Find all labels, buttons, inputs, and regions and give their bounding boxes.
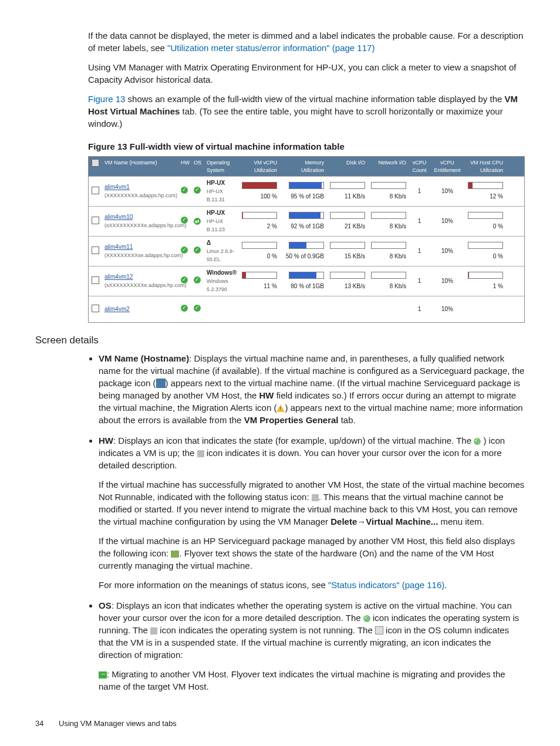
link-util-meter[interactable]: "Utilization meter status/error informat… [167, 43, 375, 53]
row-checkbox[interactable] [92, 217, 99, 224]
table-row: alim4vm11(XXXXXXXXXse.adapps.hp.com)ΔLin… [89, 236, 524, 266]
migrate-out-icon [99, 671, 107, 679]
bullet-os: OS: Displays an icon that indicates whet… [99, 599, 525, 693]
row-checkbox[interactable] [92, 276, 99, 284]
package-icon [156, 379, 166, 388]
os-running-icon [363, 615, 370, 622]
meter[interactable] [242, 242, 277, 249]
meter[interactable] [371, 212, 406, 219]
meter[interactable] [468, 182, 503, 189]
not-runnable-icon [312, 494, 319, 501]
table-row-partial: alim4vm2 110% [89, 296, 524, 322]
meter[interactable] [371, 242, 406, 249]
vm-name-link[interactable]: alim4vm12 [104, 274, 133, 280]
os-not-running-icon [150, 627, 157, 634]
meter[interactable] [330, 242, 365, 249]
table-row: alim4vm10(sXXXXXXXXXXe.adapps.hp.com)⇄HP… [89, 206, 524, 236]
meter[interactable] [242, 182, 277, 189]
migrating-icon: ⇄ [194, 218, 201, 225]
row-checkbox[interactable] [92, 187, 99, 194]
intro-p1: If the data cannot be displayed, the met… [88, 29, 525, 54]
bullet-hw: HW: Displays an icon that indicates the … [99, 434, 525, 591]
status-ok-icon [194, 247, 201, 254]
footer-title: Using VM Manager views and tabs [59, 718, 177, 729]
table-header-row: VM Name (Hostname) HW OS Operating Syste… [89, 157, 524, 176]
serviceguard-icon [171, 551, 179, 558]
bullet-vm-name: VM Name (Hostname): Displays the virtual… [99, 352, 525, 426]
vm-name-link[interactable]: alim4vm11 [104, 244, 133, 250]
meter[interactable] [371, 272, 406, 279]
page-footer: 34 Using VM Manager views and tabs [35, 718, 525, 729]
meter[interactable] [289, 272, 324, 279]
meter[interactable] [468, 212, 503, 219]
status-ok-icon [181, 187, 188, 194]
vm-table-screenshot: VM Name (Hostname) HW OS Operating Syste… [88, 156, 525, 323]
status-ok-icon [194, 305, 201, 312]
link-figure13[interactable]: Figure 13 [88, 94, 125, 104]
figure-title: Figure 13 Full-width view of virtual mac… [88, 140, 525, 153]
table-row: alim4vm1(XXXXXXXXX.adapps.hp.com)HP-UXHP… [89, 176, 524, 206]
meter[interactable] [242, 272, 277, 279]
status-ok-icon [194, 187, 201, 194]
status-ok-icon [181, 247, 188, 254]
up-icon [474, 438, 481, 445]
meter[interactable] [468, 242, 503, 249]
suspended-icon [375, 626, 383, 634]
meter[interactable] [289, 242, 324, 249]
page-number: 34 [35, 718, 59, 729]
intro-p2: Using VM Manager with Matrix Operating E… [88, 61, 525, 86]
intro-p3: Figure 13 shows an example of the full-w… [88, 93, 525, 130]
meter[interactable] [330, 272, 365, 279]
vm-name-link[interactable]: alim4vm1 [104, 184, 130, 190]
vm-name-link[interactable]: alim4vm10 [104, 214, 133, 220]
status-ok-icon [181, 276, 188, 283]
meter[interactable] [371, 182, 406, 189]
table-row: alim4vm12(sXXXXXXXXXXe.adapps.hp.com)Win… [89, 266, 524, 296]
alert-icon [276, 404, 285, 412]
meter[interactable] [242, 212, 277, 219]
section-screen-details: Screen details [35, 333, 525, 347]
status-ok-icon [181, 217, 188, 224]
link-status-indicators[interactable]: "Status indicators" (page 116) [328, 580, 444, 590]
meter[interactable] [330, 182, 365, 189]
meter[interactable] [468, 272, 503, 279]
select-all-checkbox[interactable] [92, 159, 99, 167]
status-ok-icon [194, 276, 201, 283]
row-checkbox[interactable] [92, 247, 99, 254]
meter[interactable] [289, 212, 324, 219]
meter[interactable] [330, 212, 365, 219]
status-ok-icon [181, 305, 188, 312]
down-icon [197, 450, 204, 457]
meter[interactable] [289, 182, 324, 189]
